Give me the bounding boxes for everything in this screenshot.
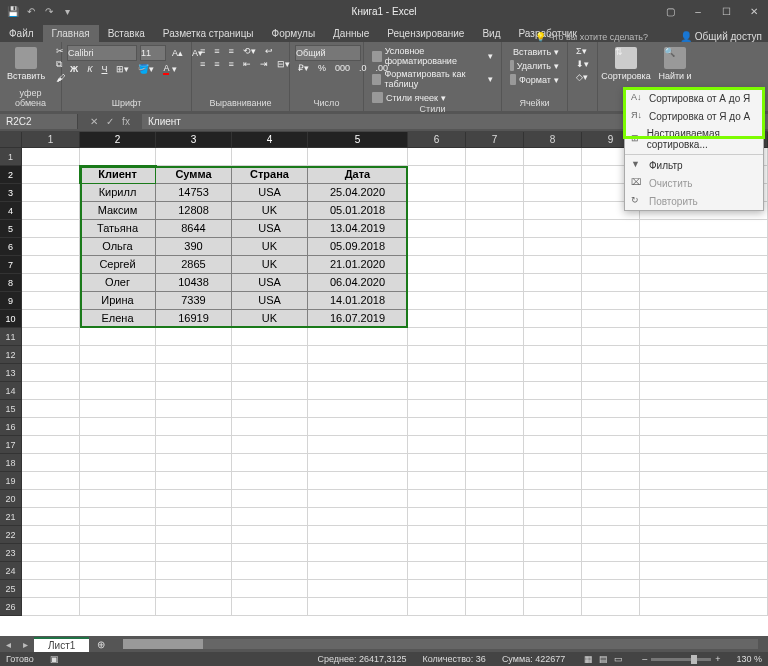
cell[interactable] [408,346,466,364]
comma-button[interactable]: 000 [332,62,353,74]
cell[interactable] [232,436,308,454]
cell[interactable] [408,544,466,562]
format-cells-button[interactable]: Формат▾ [507,73,562,86]
cell[interactable] [22,382,80,400]
row-header[interactable]: 17 [0,436,22,454]
cell[interactable] [156,526,232,544]
cell[interactable] [232,418,308,436]
tab-page-layout[interactable]: Разметка страницы [154,25,263,42]
tab-data[interactable]: Данные [324,25,378,42]
cell[interactable] [22,166,80,184]
cell[interactable] [640,292,768,310]
minimize-icon[interactable]: – [684,6,712,17]
cell[interactable] [466,256,524,274]
cell[interactable]: USA [232,274,308,292]
row-header[interactable]: 7 [0,256,22,274]
col-header[interactable]: 6 [408,132,466,148]
cell[interactable] [22,436,80,454]
cell[interactable]: 05.01.2018 [308,202,408,220]
cell[interactable] [582,310,640,328]
cell[interactable] [22,598,80,616]
cell[interactable]: UK [232,202,308,220]
cell[interactable] [22,526,80,544]
cell[interactable]: Дата [308,166,408,184]
cell[interactable] [408,328,466,346]
cell[interactable] [408,598,466,616]
cell[interactable] [640,238,768,256]
cell[interactable] [22,580,80,598]
tab-formulas[interactable]: Формулы [263,25,325,42]
cell[interactable] [408,310,466,328]
row-header[interactable]: 16 [0,418,22,436]
cell[interactable] [308,544,408,562]
cell[interactable] [524,238,582,256]
cell[interactable] [156,508,232,526]
cell[interactable] [640,328,768,346]
align-right-button[interactable]: ≡ [226,58,237,70]
row-header[interactable]: 22 [0,526,22,544]
row-header[interactable]: 18 [0,454,22,472]
name-box[interactable]: R2C2 [0,114,78,129]
cell[interactable] [22,238,80,256]
cell[interactable] [80,508,156,526]
cell[interactable] [582,580,640,598]
redo-icon[interactable]: ↷ [42,6,56,17]
cell[interactable]: 05.09.2018 [308,238,408,256]
cell[interactable]: 390 [156,238,232,256]
currency-button[interactable]: ₽▾ [295,62,312,74]
cell[interactable] [308,454,408,472]
row-header[interactable]: 11 [0,328,22,346]
font-size-input[interactable] [140,45,166,61]
row-header[interactable]: 10 [0,310,22,328]
cell[interactable] [582,526,640,544]
cell[interactable] [408,454,466,472]
cell[interactable] [524,166,582,184]
tab-insert[interactable]: Вставка [99,25,154,42]
cell[interactable] [408,238,466,256]
cell[interactable] [22,256,80,274]
row-header[interactable]: 19 [0,472,22,490]
autosum-button[interactable]: Σ▾ [573,45,592,57]
row-header[interactable]: 13 [0,364,22,382]
cell[interactable] [640,544,768,562]
cell[interactable] [640,598,768,616]
cell[interactable] [408,220,466,238]
cell[interactable] [640,472,768,490]
maximize-icon[interactable]: ☐ [712,6,740,17]
cell[interactable] [466,382,524,400]
cell[interactable]: UK [232,238,308,256]
ribbon-options-icon[interactable]: ▢ [656,6,684,17]
undo-icon[interactable]: ↶ [24,6,38,17]
cell[interactable] [466,328,524,346]
fx-icon[interactable]: fx [122,116,130,127]
cell[interactable] [80,598,156,616]
row-header[interactable]: 15 [0,400,22,418]
horizontal-scrollbar[interactable] [123,639,758,649]
cell[interactable] [466,544,524,562]
row-header[interactable]: 8 [0,274,22,292]
custom-sort-item[interactable]: ⊞Настраиваемая сортировка... [625,125,763,153]
cell[interactable] [582,238,640,256]
cell[interactable] [22,220,80,238]
insert-cells-button[interactable]: Вставить▾ [507,45,562,58]
cell[interactable]: 14.01.2018 [308,292,408,310]
cell[interactable] [408,166,466,184]
cell[interactable] [408,364,466,382]
fill-button[interactable]: ⬇▾ [573,58,592,70]
cell[interactable] [232,346,308,364]
row-header[interactable]: 23 [0,544,22,562]
indent-dec-button[interactable]: ⇤ [240,58,254,70]
select-all-corner[interactable] [0,132,22,148]
cell[interactable]: 10438 [156,274,232,292]
cell[interactable] [408,202,466,220]
row-header[interactable]: 9 [0,292,22,310]
cell[interactable] [524,364,582,382]
cell[interactable] [466,274,524,292]
cell[interactable] [156,598,232,616]
cell[interactable]: 8644 [156,220,232,238]
cell[interactable] [22,274,80,292]
cell[interactable]: UK [232,310,308,328]
cell[interactable] [22,544,80,562]
cell[interactable] [308,346,408,364]
cell[interactable] [524,418,582,436]
